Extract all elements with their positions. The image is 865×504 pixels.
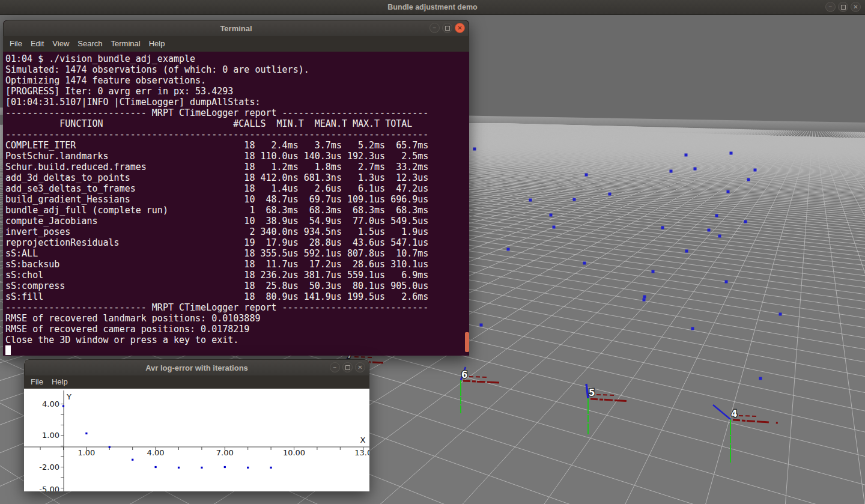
x-tick-label: 10.00 (283, 448, 305, 457)
landmark-point (609, 193, 612, 196)
landmark-point (652, 270, 655, 273)
landmark-point (585, 174, 588, 177)
landmark-point (715, 214, 718, 217)
camera-label: 6 (461, 369, 467, 380)
terminal-menu-help[interactable]: Help (145, 36, 169, 52)
plot-window: Avr log-error with iterations − ✕ FileHe… (24, 359, 369, 491)
data-point (155, 466, 157, 468)
terminal-scrollbar-thumb[interactable] (465, 332, 469, 352)
desktop-screen: 6547 Bundle adjustment demo − ✕ Terminal… (0, 0, 865, 504)
y-tick-label: 4.00 (42, 399, 59, 408)
terminal-menu-file[interactable]: File (5, 36, 26, 52)
plot-menubar: FileHelp (24, 375, 369, 389)
x-tick-label: 13.0 (354, 448, 369, 457)
terminal-maximize-icon[interactable] (442, 23, 452, 33)
terminal-title: Terminal (4, 20, 469, 37)
landmark-point (759, 377, 762, 380)
data-point (178, 467, 180, 469)
plot-menu-help[interactable]: Help (47, 375, 72, 389)
plot-close-icon[interactable]: ✕ (355, 362, 365, 372)
y-tick-label: -5.00 (39, 485, 59, 491)
landmark-point (685, 250, 688, 253)
landmark-point (694, 168, 697, 171)
x-axis-label: X (360, 436, 366, 445)
landmark-point (708, 229, 711, 232)
landmark-point (670, 170, 673, 173)
main-window-titlebar: Bundle adjustment demo − ✕ (0, 0, 865, 15)
landmark-point (779, 313, 782, 316)
landmark-point (550, 214, 553, 217)
landmark-point (754, 169, 757, 172)
landmark-point (685, 154, 688, 157)
terminal-menu-terminal[interactable]: Terminal (107, 36, 145, 52)
x-tick-label: 7.00 (216, 448, 234, 457)
plot-canvas: 1.004.007.0010.0013.04.001.00-2.00-5.00Y… (24, 389, 369, 491)
plot-menu-file[interactable]: File (26, 375, 47, 389)
camera-label: 4 (731, 408, 737, 419)
terminal-cursor (5, 345, 11, 355)
landmark-point (718, 235, 721, 238)
y-tick-label: -2.00 (39, 463, 59, 472)
close-icon[interactable]: ✕ (851, 2, 861, 12)
x-tick-label: 4.00 (147, 448, 165, 457)
y-axis-label: Y (66, 392, 71, 401)
maximize-icon[interactable] (838, 2, 848, 12)
data-point (109, 446, 111, 448)
landmark-point (573, 198, 576, 201)
plot-titlebar[interactable]: Avr log-error with iterations − ✕ (24, 359, 369, 375)
landmark-point (507, 248, 510, 251)
plot-title: Avr log-error with iterations (25, 360, 369, 376)
landmark-point (480, 324, 483, 327)
landmark-point (725, 281, 728, 284)
terminal-close-icon[interactable]: ✕ (455, 23, 465, 33)
landmark-point (747, 178, 750, 181)
data-point (201, 467, 202, 469)
landmark-point (744, 220, 747, 223)
landmark-point (553, 226, 556, 229)
data-point (270, 467, 272, 469)
terminal-output-text: 01:04 $ ./vision_bundle_adj_example Simu… (3, 52, 469, 345)
terminal-window: Terminal − ✕ FileEditViewSearchTerminalH… (3, 20, 469, 356)
landmark-point (473, 148, 476, 151)
terminal-menubar: FileEditViewSearchTerminalHelp (3, 36, 469, 52)
landmark-point (643, 296, 646, 299)
y-tick-label: 1.00 (42, 431, 59, 440)
landmark-point (661, 226, 664, 229)
camera-label: 5 (589, 387, 595, 398)
landmark-point (730, 152, 733, 155)
landmark-point (643, 299, 646, 302)
landmark-point (583, 262, 586, 265)
scatter-plot: 1.004.007.0010.0013.04.001.00-2.00-5.00Y… (24, 389, 369, 491)
data-point (62, 405, 64, 407)
main-window-title: Bundle adjustment demo (0, 0, 865, 14)
terminal-menu-view[interactable]: View (48, 36, 73, 52)
plot-maximize-icon[interactable] (342, 362, 353, 372)
terminal-menu-edit[interactable]: Edit (26, 36, 48, 52)
terminal-minimize-icon[interactable]: − (429, 23, 440, 33)
landmark-point (529, 199, 532, 202)
data-point (224, 466, 226, 468)
plot-minimize-icon[interactable]: − (330, 362, 340, 372)
terminal-titlebar[interactable]: Terminal − ✕ (3, 20, 469, 36)
landmark-point (691, 327, 694, 330)
x-tick-label: 1.00 (77, 448, 95, 457)
terminal-menu-search[interactable]: Search (73, 36, 106, 52)
data-point (132, 459, 133, 461)
data-point (85, 433, 87, 434)
data-point (247, 467, 249, 469)
terminal-output-area[interactable]: 01:04 $ ./vision_bundle_adj_example Simu… (3, 52, 469, 356)
minimize-icon[interactable]: − (825, 2, 836, 12)
landmark-point (727, 190, 730, 193)
